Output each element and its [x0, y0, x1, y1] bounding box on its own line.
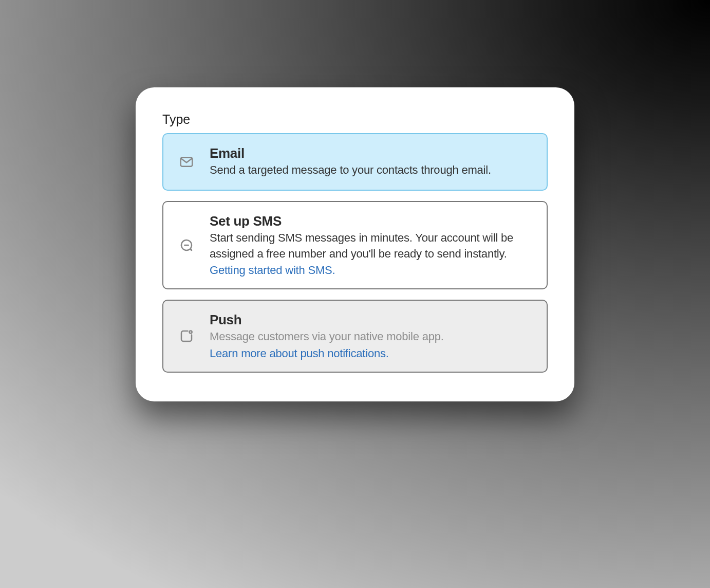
option-push-body: Push Message customers via your native m… [210, 312, 533, 360]
option-email-body: Email Send a targeted message to your co… [210, 145, 533, 178]
svg-point-2 [190, 331, 192, 334]
option-sms-description: Start sending SMS messages in minutes. Y… [210, 230, 533, 262]
option-push-description: Message customers via your native mobile… [210, 329, 533, 345]
option-push[interactable]: Push Message customers via your native m… [162, 300, 548, 373]
email-icon [179, 154, 210, 170]
option-email[interactable]: Email Send a targeted message to your co… [162, 133, 548, 191]
option-sms-body: Set up SMS Start sending SMS messages in… [210, 213, 533, 278]
option-sms[interactable]: Set up SMS Start sending SMS messages in… [162, 201, 548, 290]
section-label: Type [162, 112, 548, 127]
option-email-title: Email [210, 145, 533, 161]
push-learn-more-link[interactable]: Learn more about push notifications. [210, 347, 389, 360]
option-sms-title: Set up SMS [210, 213, 533, 229]
sms-getting-started-link[interactable]: Getting started with SMS. [210, 264, 335, 277]
sms-icon [179, 237, 210, 253]
push-icon [179, 328, 210, 344]
option-push-title: Push [210, 312, 533, 328]
option-email-description: Send a targeted message to your contacts… [210, 162, 533, 178]
type-selection-card: Type Email Send a targeted message to yo… [136, 87, 574, 401]
